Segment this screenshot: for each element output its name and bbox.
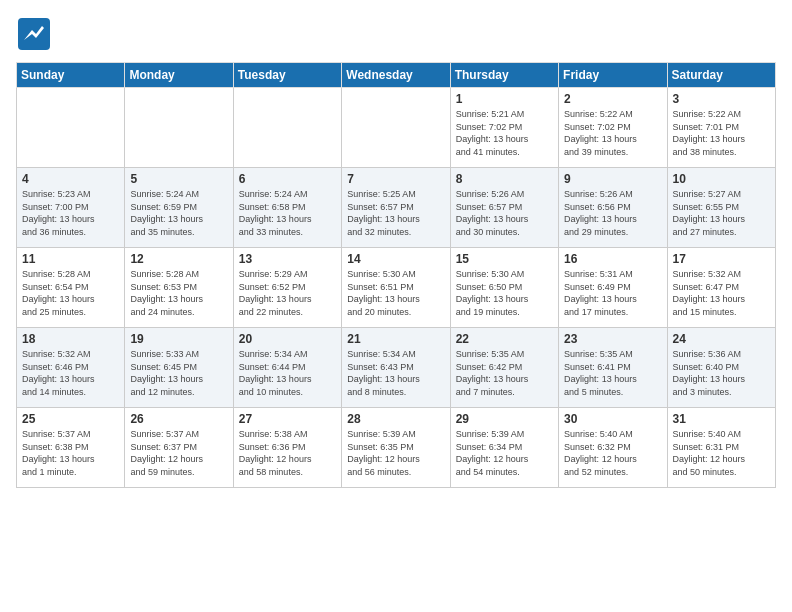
weekday-header-wednesday: Wednesday — [342, 63, 450, 88]
day-info: Sunrise: 5:32 AMSunset: 6:46 PMDaylight:… — [22, 348, 119, 398]
day-info: Sunrise: 5:22 AMSunset: 7:01 PMDaylight:… — [673, 108, 770, 158]
day-info: Sunrise: 5:26 AMSunset: 6:57 PMDaylight:… — [456, 188, 553, 238]
calendar-cell: 12Sunrise: 5:28 AMSunset: 6:53 PMDayligh… — [125, 248, 233, 328]
day-number: 11 — [22, 252, 119, 266]
calendar-cell: 26Sunrise: 5:37 AMSunset: 6:37 PMDayligh… — [125, 408, 233, 488]
day-info: Sunrise: 5:28 AMSunset: 6:54 PMDaylight:… — [22, 268, 119, 318]
day-info: Sunrise: 5:39 AMSunset: 6:34 PMDaylight:… — [456, 428, 553, 478]
calendar-cell — [17, 88, 125, 168]
day-info: Sunrise: 5:37 AMSunset: 6:38 PMDaylight:… — [22, 428, 119, 478]
day-number: 13 — [239, 252, 336, 266]
day-info: Sunrise: 5:35 AMSunset: 6:42 PMDaylight:… — [456, 348, 553, 398]
day-number: 25 — [22, 412, 119, 426]
calendar-cell: 5Sunrise: 5:24 AMSunset: 6:59 PMDaylight… — [125, 168, 233, 248]
calendar-cell: 14Sunrise: 5:30 AMSunset: 6:51 PMDayligh… — [342, 248, 450, 328]
day-number: 29 — [456, 412, 553, 426]
calendar-cell: 1Sunrise: 5:21 AMSunset: 7:02 PMDaylight… — [450, 88, 558, 168]
day-number: 2 — [564, 92, 661, 106]
day-number: 12 — [130, 252, 227, 266]
day-info: Sunrise: 5:37 AMSunset: 6:37 PMDaylight:… — [130, 428, 227, 478]
calendar-cell: 2Sunrise: 5:22 AMSunset: 7:02 PMDaylight… — [559, 88, 667, 168]
day-info: Sunrise: 5:30 AMSunset: 6:51 PMDaylight:… — [347, 268, 444, 318]
day-info: Sunrise: 5:36 AMSunset: 6:40 PMDaylight:… — [673, 348, 770, 398]
logo-icon — [16, 16, 52, 52]
day-number: 5 — [130, 172, 227, 186]
calendar-cell: 19Sunrise: 5:33 AMSunset: 6:45 PMDayligh… — [125, 328, 233, 408]
day-info: Sunrise: 5:21 AMSunset: 7:02 PMDaylight:… — [456, 108, 553, 158]
calendar-cell: 13Sunrise: 5:29 AMSunset: 6:52 PMDayligh… — [233, 248, 341, 328]
calendar-table: SundayMondayTuesdayWednesdayThursdayFrid… — [16, 62, 776, 488]
weekday-header-row: SundayMondayTuesdayWednesdayThursdayFrid… — [17, 63, 776, 88]
weekday-header-sunday: Sunday — [17, 63, 125, 88]
day-info: Sunrise: 5:40 AMSunset: 6:32 PMDaylight:… — [564, 428, 661, 478]
weekday-header-friday: Friday — [559, 63, 667, 88]
day-info: Sunrise: 5:22 AMSunset: 7:02 PMDaylight:… — [564, 108, 661, 158]
calendar-cell — [233, 88, 341, 168]
weekday-header-tuesday: Tuesday — [233, 63, 341, 88]
calendar-cell: 27Sunrise: 5:38 AMSunset: 6:36 PMDayligh… — [233, 408, 341, 488]
day-info: Sunrise: 5:26 AMSunset: 6:56 PMDaylight:… — [564, 188, 661, 238]
calendar-cell: 10Sunrise: 5:27 AMSunset: 6:55 PMDayligh… — [667, 168, 775, 248]
day-number: 8 — [456, 172, 553, 186]
calendar-cell — [125, 88, 233, 168]
calendar-cell: 6Sunrise: 5:24 AMSunset: 6:58 PMDaylight… — [233, 168, 341, 248]
logo — [16, 16, 56, 52]
calendar-cell: 11Sunrise: 5:28 AMSunset: 6:54 PMDayligh… — [17, 248, 125, 328]
weekday-header-monday: Monday — [125, 63, 233, 88]
calendar-cell: 7Sunrise: 5:25 AMSunset: 6:57 PMDaylight… — [342, 168, 450, 248]
calendar-cell: 23Sunrise: 5:35 AMSunset: 6:41 PMDayligh… — [559, 328, 667, 408]
day-info: Sunrise: 5:34 AMSunset: 6:44 PMDaylight:… — [239, 348, 336, 398]
calendar-week-row: 4Sunrise: 5:23 AMSunset: 7:00 PMDaylight… — [17, 168, 776, 248]
day-info: Sunrise: 5:40 AMSunset: 6:31 PMDaylight:… — [673, 428, 770, 478]
day-number: 16 — [564, 252, 661, 266]
day-info: Sunrise: 5:27 AMSunset: 6:55 PMDaylight:… — [673, 188, 770, 238]
day-number: 27 — [239, 412, 336, 426]
calendar-cell: 22Sunrise: 5:35 AMSunset: 6:42 PMDayligh… — [450, 328, 558, 408]
day-info: Sunrise: 5:24 AMSunset: 6:58 PMDaylight:… — [239, 188, 336, 238]
day-number: 30 — [564, 412, 661, 426]
calendar-cell: 3Sunrise: 5:22 AMSunset: 7:01 PMDaylight… — [667, 88, 775, 168]
day-number: 19 — [130, 332, 227, 346]
calendar-cell: 21Sunrise: 5:34 AMSunset: 6:43 PMDayligh… — [342, 328, 450, 408]
calendar-cell — [342, 88, 450, 168]
calendar-cell: 15Sunrise: 5:30 AMSunset: 6:50 PMDayligh… — [450, 248, 558, 328]
day-number: 10 — [673, 172, 770, 186]
day-number: 9 — [564, 172, 661, 186]
day-number: 18 — [22, 332, 119, 346]
calendar-cell: 18Sunrise: 5:32 AMSunset: 6:46 PMDayligh… — [17, 328, 125, 408]
day-number: 20 — [239, 332, 336, 346]
calendar-cell: 28Sunrise: 5:39 AMSunset: 6:35 PMDayligh… — [342, 408, 450, 488]
calendar-cell: 20Sunrise: 5:34 AMSunset: 6:44 PMDayligh… — [233, 328, 341, 408]
calendar-cell: 17Sunrise: 5:32 AMSunset: 6:47 PMDayligh… — [667, 248, 775, 328]
day-info: Sunrise: 5:28 AMSunset: 6:53 PMDaylight:… — [130, 268, 227, 318]
day-info: Sunrise: 5:34 AMSunset: 6:43 PMDaylight:… — [347, 348, 444, 398]
day-number: 24 — [673, 332, 770, 346]
day-info: Sunrise: 5:33 AMSunset: 6:45 PMDaylight:… — [130, 348, 227, 398]
weekday-header-saturday: Saturday — [667, 63, 775, 88]
calendar-week-row: 25Sunrise: 5:37 AMSunset: 6:38 PMDayligh… — [17, 408, 776, 488]
page-header — [16, 16, 776, 52]
day-number: 7 — [347, 172, 444, 186]
calendar-week-row: 11Sunrise: 5:28 AMSunset: 6:54 PMDayligh… — [17, 248, 776, 328]
calendar-cell: 8Sunrise: 5:26 AMSunset: 6:57 PMDaylight… — [450, 168, 558, 248]
day-info: Sunrise: 5:25 AMSunset: 6:57 PMDaylight:… — [347, 188, 444, 238]
day-info: Sunrise: 5:39 AMSunset: 6:35 PMDaylight:… — [347, 428, 444, 478]
calendar-cell: 31Sunrise: 5:40 AMSunset: 6:31 PMDayligh… — [667, 408, 775, 488]
day-number: 26 — [130, 412, 227, 426]
day-number: 1 — [456, 92, 553, 106]
day-number: 31 — [673, 412, 770, 426]
day-info: Sunrise: 5:24 AMSunset: 6:59 PMDaylight:… — [130, 188, 227, 238]
day-number: 6 — [239, 172, 336, 186]
day-info: Sunrise: 5:31 AMSunset: 6:49 PMDaylight:… — [564, 268, 661, 318]
day-info: Sunrise: 5:32 AMSunset: 6:47 PMDaylight:… — [673, 268, 770, 318]
calendar-cell: 29Sunrise: 5:39 AMSunset: 6:34 PMDayligh… — [450, 408, 558, 488]
day-info: Sunrise: 5:35 AMSunset: 6:41 PMDaylight:… — [564, 348, 661, 398]
day-number: 23 — [564, 332, 661, 346]
day-number: 3 — [673, 92, 770, 106]
calendar-cell: 9Sunrise: 5:26 AMSunset: 6:56 PMDaylight… — [559, 168, 667, 248]
calendar-cell: 30Sunrise: 5:40 AMSunset: 6:32 PMDayligh… — [559, 408, 667, 488]
day-number: 17 — [673, 252, 770, 266]
calendar-cell: 4Sunrise: 5:23 AMSunset: 7:00 PMDaylight… — [17, 168, 125, 248]
day-info: Sunrise: 5:38 AMSunset: 6:36 PMDaylight:… — [239, 428, 336, 478]
calendar-week-row: 1Sunrise: 5:21 AMSunset: 7:02 PMDaylight… — [17, 88, 776, 168]
